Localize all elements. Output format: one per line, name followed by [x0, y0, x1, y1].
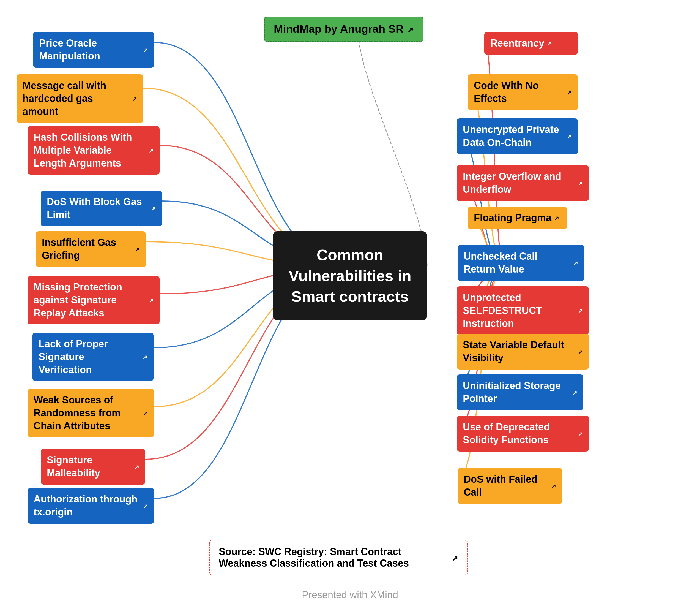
node-reentrancy[interactable]: Reentrancy	[484, 32, 578, 55]
ext-icon	[132, 94, 137, 103]
ext-icon	[142, 352, 148, 362]
center-line2: Vulnerabilities in	[289, 267, 411, 284]
node-missing-protection[interactable]: Missing Protection against Signature Rep…	[27, 276, 160, 324]
node-unchecked-call[interactable]: Unchecked Call Return Value	[458, 245, 584, 281]
node-label: Floating Pragma	[474, 211, 551, 224]
node-dos-failed[interactable]: DoS with Failed Call	[458, 468, 562, 504]
ext-icon	[134, 462, 139, 472]
ext-icon	[551, 481, 556, 491]
ext-icon	[554, 213, 559, 223]
source-node[interactable]: Source: SWC Registry: Smart Contract Wea…	[209, 540, 468, 575]
ext-icon	[143, 501, 148, 511]
node-price-oracle[interactable]: Price Oracle Manipulation	[33, 32, 154, 68]
mindmap-container: MindMap by Anugrah SR Common Vulnerabili…	[0, 0, 700, 614]
node-deprecated[interactable]: Use of Deprecated Solidity Functions	[457, 416, 589, 452]
node-label: Unencrypted Private Data On-Chain	[463, 123, 564, 149]
footer-text: Presented with XMind	[275, 589, 425, 601]
source-ext-icon	[452, 552, 458, 563]
node-insufficient-gas[interactable]: Insufficient Gas Griefing	[36, 231, 146, 267]
node-label: Signature Malleability	[47, 454, 132, 480]
node-label: Insufficient Gas Griefing	[42, 236, 132, 262]
node-label: Missing Protection against Signature Rep…	[34, 281, 146, 319]
node-sig-malleability[interactable]: Signature Malleability	[41, 449, 145, 484]
ext-icon	[149, 145, 153, 155]
node-label: Unchecked Call Return Value	[464, 250, 571, 276]
node-label: Use of Deprecated Solidity Functions	[463, 421, 575, 446]
ext-icon	[135, 244, 140, 254]
node-label: Authorization through tx.origin	[34, 493, 140, 519]
node-weak-randomness[interactable]: Weak Sources of Randomness from Chain At…	[27, 389, 154, 437]
node-uninitialized[interactable]: Uninitialized Storage Pointer	[457, 374, 583, 410]
node-integer-overflow[interactable]: Integer Overflow and Underflow	[457, 165, 589, 201]
node-label: State Variable Default Visibility	[463, 339, 575, 365]
node-label: Weak Sources of Randomness from Chain At…	[34, 394, 140, 432]
node-dos-block[interactable]: DoS With Block Gas Limit	[41, 191, 162, 226]
header-node[interactable]: MindMap by Anugrah SR	[264, 16, 424, 41]
node-hash-collisions[interactable]: Hash Collisions With Multiple Variable L…	[27, 126, 160, 174]
center-line1: Common	[317, 246, 384, 263]
ext-icon	[151, 204, 156, 213]
node-code-no-effects[interactable]: Code With No Effects	[468, 74, 578, 110]
ext-icon	[567, 131, 572, 141]
ext-icon	[578, 306, 583, 316]
node-label: Uninitialized Storage Pointer	[463, 379, 570, 405]
node-unprotected-self[interactable]: Unprotected SELFDESTRUCT Instruction	[457, 286, 589, 335]
footer-label: Presented with XMind	[302, 589, 398, 601]
ext-icon	[578, 178, 583, 188]
header-ext-icon	[407, 23, 414, 35]
ext-icon	[578, 347, 583, 357]
ext-icon	[572, 388, 577, 397]
node-label: Unprotected SELFDESTRUCT Instruction	[463, 291, 575, 330]
node-auth-origin[interactable]: Authorization through tx.origin	[27, 488, 154, 524]
node-state-visibility[interactable]: State Variable Default Visibility	[457, 334, 589, 369]
node-label: Price Oracle Manipulation	[39, 37, 140, 63]
ext-icon	[567, 87, 572, 97]
node-lack-signature[interactable]: Lack of Proper Signature Verification	[33, 333, 153, 381]
node-floating-pragma[interactable]: Floating Pragma	[468, 207, 567, 229]
ext-icon	[547, 38, 552, 48]
source-label: Source: SWC Registry: Smart Contract Wea…	[219, 546, 449, 569]
node-label: DoS With Block Gas Limit	[47, 196, 148, 221]
node-label: Reentrancy	[490, 37, 544, 50]
ext-icon	[143, 45, 148, 55]
center-node: Common Vulnerabilities in Smart contract…	[273, 231, 427, 320]
ext-icon	[578, 429, 583, 439]
ext-icon	[149, 295, 153, 305]
node-label: Code With No Effects	[474, 79, 564, 105]
node-message-call[interactable]: Message call with hardcoded gas amount	[16, 74, 143, 123]
header-label: MindMap by Anugrah SR	[274, 23, 404, 35]
ext-icon	[143, 408, 148, 418]
node-label: Hash Collisions With Multiple Variable L…	[34, 131, 146, 170]
node-label: Message call with hardcoded gas amount	[23, 79, 129, 118]
node-label: Integer Overflow and Underflow	[463, 170, 575, 196]
node-label: DoS with Failed Call	[464, 473, 548, 499]
ext-icon	[573, 258, 578, 268]
node-unencrypted[interactable]: Unencrypted Private Data On-Chain	[457, 119, 578, 154]
node-label: Lack of Proper Signature Verification	[38, 337, 140, 376]
center-line3: Smart contracts	[291, 288, 409, 305]
